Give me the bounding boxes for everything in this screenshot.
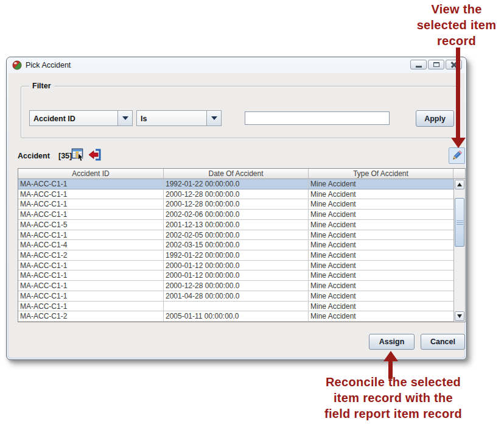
scroll-up-button[interactable] <box>455 180 464 189</box>
app-sphere-icon <box>12 60 22 70</box>
table-cell: MA-ACC-C1-1 <box>18 281 164 291</box>
annotation-line: selected item <box>394 17 504 33</box>
list-label: Accident <box>18 152 50 160</box>
combo-dropdown-button[interactable] <box>206 111 221 125</box>
table-cell: Mine Accident <box>309 302 465 311</box>
annotation-line: record <box>394 33 504 49</box>
table-cell: Mine Accident <box>309 311 465 321</box>
filter-legend: Filter <box>29 82 54 90</box>
table-cell: MA-ACC-C1-1 <box>18 179 164 189</box>
table-cell: MA-ACC-C1-1 <box>18 230 164 240</box>
apply-button[interactable]: Apply <box>416 110 454 127</box>
annotation-line: field report item record <box>300 406 486 422</box>
table-cell: 2005-01-11 00:00:00.0 <box>164 311 309 321</box>
table-cell: 2002-03-15 00:00:00.0 <box>164 240 309 250</box>
table-cell: Mine Accident <box>309 281 465 291</box>
table-cell: MA-ACC-C1-1 <box>18 199 164 209</box>
chevron-down-icon <box>211 116 217 120</box>
table-row[interactable]: MA-ACC-C1-12001-04-28 00:00:00.0Mine Acc… <box>18 291 465 302</box>
table-row[interactable]: MA-ACC-C1-22005-01-11 00:00:00.0Mine Acc… <box>18 311 465 322</box>
table-row[interactable]: MA-ACC-C1-21992-01-22 00:00:00.0Mine Acc… <box>18 250 465 261</box>
scrollbar-thumb[interactable] <box>455 198 464 247</box>
title-bar[interactable]: Pick Accident <box>7 57 466 73</box>
accident-table: Accident ID Date Of Accident Type Of Acc… <box>18 168 466 322</box>
combo-dropdown-button[interactable] <box>117 111 132 125</box>
table-cell: MA-ACC-C1-1 <box>18 270 164 280</box>
minimize-icon <box>416 66 422 68</box>
table-header-row: Accident ID Date Of Accident Type Of Acc… <box>18 169 465 179</box>
import-arrow-icon[interactable] <box>88 147 102 162</box>
thumb-grip-icon <box>457 221 463 225</box>
column-header-accident-id[interactable]: Accident ID <box>18 169 164 179</box>
table-row[interactable]: MA-ACC-C1-12002-02-06 00:00:00.0Mine Acc… <box>18 210 465 220</box>
window-title: Pick Accident <box>26 61 71 69</box>
table-cell: MA-ACC-C1-1 <box>18 189 164 199</box>
table-cell: Mine Accident <box>309 240 465 250</box>
annotation-line: Reconcile the selected <box>300 374 486 390</box>
annotation-line: item record with the <box>300 390 486 406</box>
table-cell: Mine Accident <box>309 220 465 230</box>
table-row[interactable]: MA-ACC-C1-12000-01-12 00:00:00.0Mine Acc… <box>18 270 465 281</box>
table-row[interactable]: MA-ACC-C1-12000-12-28 00:00:00.0Mine Acc… <box>18 189 465 200</box>
table-row[interactable]: MA-ACC-C1-11992-01-22 00:00:00.0Mine Acc… <box>18 179 465 189</box>
annotation-arrowhead-down <box>451 138 466 148</box>
annotation-arrow-down <box>456 48 460 138</box>
table-cell: 2002-02-06 00:00:00.0 <box>164 210 309 219</box>
header-corner-cell <box>453 169 465 179</box>
cancel-button[interactable]: Cancel <box>421 334 465 350</box>
table-cell: 1992-01-22 00:00:00.0 <box>164 250 309 260</box>
record-count-badge: [35] <box>58 152 72 160</box>
table-body: MA-ACC-C1-11992-01-22 00:00:00.0Mine Acc… <box>18 179 465 322</box>
table-cell <box>164 302 309 311</box>
table-cell: Mine Accident <box>309 250 465 260</box>
table-cell: 2000-12-28 00:00:00.0 <box>164 281 309 291</box>
column-header-date[interactable]: Date Of Accident <box>164 169 309 179</box>
filter-field-combobox[interactable]: Accident ID <box>29 110 133 126</box>
table-cell: Mine Accident <box>309 199 465 209</box>
annotation-view-record: View the selected item record <box>394 1 504 49</box>
vertical-scrollbar[interactable] <box>453 179 465 322</box>
annotation-line: View the <box>394 1 504 17</box>
table-cell: 1992-01-22 00:00:00.0 <box>164 179 309 189</box>
table-row[interactable]: MA-ACC-C1-12000-12-28 00:00:00.0Mine Acc… <box>18 199 465 210</box>
table-cell: 2000-01-12 00:00:00.0 <box>164 261 309 270</box>
triangle-up-icon <box>457 183 462 186</box>
filter-value-input[interactable] <box>245 111 390 125</box>
table-cell: MA-ACC-C1-5 <box>18 220 164 230</box>
table-row[interactable]: MA-ACC-C1-12002-02-05 00:00:00.0Mine Acc… <box>18 230 465 241</box>
table-row[interactable]: MA-ACC-C1-1Mine Accident <box>18 302 465 312</box>
maximize-button[interactable] <box>428 60 444 69</box>
table-cell: Mine Accident <box>309 179 465 189</box>
scroll-down-button[interactable] <box>455 311 464 321</box>
table-cell: 2002-02-05 00:00:00.0 <box>164 230 309 240</box>
assign-button[interactable]: Assign <box>369 334 415 350</box>
filter-operator-combobox[interactable]: Is <box>136 110 222 126</box>
chevron-down-icon <box>122 116 128 120</box>
table-cell: 2000-12-28 00:00:00.0 <box>164 189 309 199</box>
table-row[interactable]: MA-ACC-C1-42002-03-15 00:00:00.0Mine Acc… <box>18 240 465 250</box>
table-row[interactable]: MA-ACC-C1-52001-12-13 00:00:00.0Mine Acc… <box>18 220 465 230</box>
table-cell: 2000-12-28 00:00:00.0 <box>164 199 309 209</box>
maximize-icon <box>433 62 439 67</box>
dialog-content: Filter Accident ID Is Apply Accident [35… <box>9 73 464 358</box>
filter-field-value: Accident ID <box>30 111 117 125</box>
table-cell: Mine Accident <box>309 261 465 270</box>
table-cell: MA-ACC-C1-4 <box>18 240 164 250</box>
table-select-icon[interactable] <box>71 147 86 162</box>
table-cell: MA-ACC-C1-1 <box>18 302 164 311</box>
table-cell: 2000-01-12 00:00:00.0 <box>164 270 309 280</box>
table-cell: MA-ACC-C1-1 <box>18 210 164 219</box>
minimize-button[interactable] <box>410 60 427 69</box>
table-cell: MA-ACC-C1-1 <box>18 261 164 270</box>
table-row[interactable]: MA-ACC-C1-12000-12-28 00:00:00.0Mine Acc… <box>18 281 465 291</box>
table-row[interactable]: MA-ACC-C1-12000-01-12 00:00:00.0Mine Acc… <box>18 261 465 271</box>
triangle-down-icon <box>457 314 462 318</box>
table-cell: Mine Accident <box>309 270 465 280</box>
view-record-button[interactable] <box>449 147 465 164</box>
table-cell: Mine Accident <box>309 210 465 219</box>
filter-groupbox: Filter Accident ID Is Apply <box>21 86 460 138</box>
filter-operator-value: Is <box>137 111 206 125</box>
column-header-type[interactable]: Type Of Accident <box>309 169 453 179</box>
annotation-arrowhead-up <box>383 351 398 361</box>
table-cell: Mine Accident <box>309 291 465 301</box>
